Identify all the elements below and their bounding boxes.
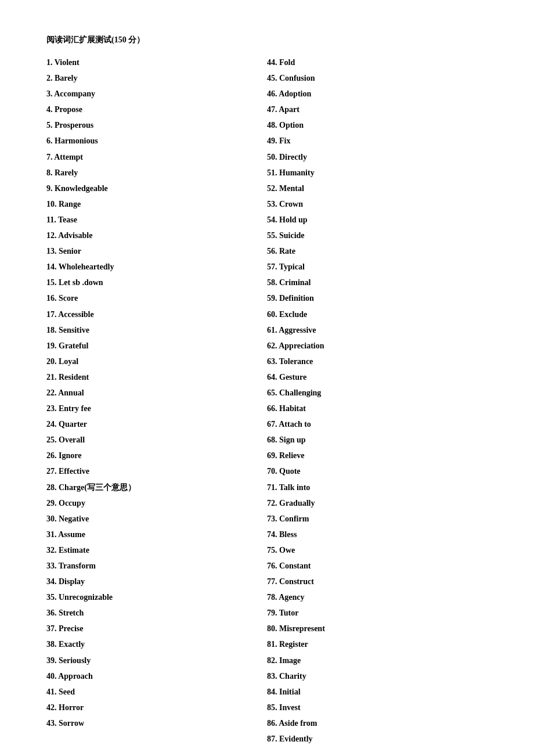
list-item: 77. Construct [267, 575, 488, 588]
list-item: 42. Horror [46, 701, 267, 714]
list-item: 79. Tutor [267, 606, 488, 620]
list-item: 41. Seed [46, 685, 267, 699]
list-item: 75. Owe [267, 543, 488, 557]
list-item: 43. Sorrow [46, 717, 267, 730]
list-item: 19. Grateful [46, 339, 267, 352]
list-item: 86. Aside from [267, 717, 488, 730]
list-item: 81. Register [267, 638, 488, 651]
list-item: 49. Fix [267, 134, 488, 147]
list-item: 10. Range [46, 197, 267, 211]
list-item: 23. Entry fee [46, 402, 267, 415]
list-item: 29. Occupy [46, 496, 267, 510]
list-item: 31. Assume [46, 528, 267, 541]
list-item: 25. Overall [46, 433, 267, 447]
list-item: 12. Advisable [46, 229, 267, 242]
list-item: 56. Rate [267, 244, 488, 258]
list-item: 28. Charge(写三个意思） [46, 481, 267, 494]
list-item: 54. Hold up [267, 213, 488, 226]
list-item: 48. Option [267, 118, 488, 132]
list-item: 40. Approach [46, 669, 267, 683]
list-item: 30. Negative [46, 512, 267, 525]
list-item: 80. Misrepresent [267, 622, 488, 635]
list-item: 63. Tolerance [267, 355, 488, 368]
list-item: 44. Fold [267, 56, 488, 69]
list-item: 82. Image [267, 654, 488, 667]
list-item: 62. Appreciation [267, 339, 488, 352]
list-item: 53. Crown [267, 197, 488, 211]
list-item: 24. Quarter [46, 417, 267, 431]
list-item: 17. Accessible [46, 308, 267, 321]
list-item: 37. Precise [46, 622, 267, 635]
list-item: 39. Seriously [46, 654, 267, 667]
list-item: 87. Evidently [267, 732, 488, 746]
list-item: 78. Agency [267, 591, 488, 604]
list-item: 73. Confirm [267, 512, 488, 525]
list-item: 32. Estimate [46, 543, 267, 557]
list-item: 34. Display [46, 575, 267, 588]
list-item: 60. Exclude [267, 308, 488, 321]
list-item: 9. Knowledgeable [46, 182, 267, 195]
list-item: 35. Unrecognizable [46, 591, 267, 604]
list-item: 68. Sign up [267, 433, 488, 447]
list-item: 22. Annual [46, 386, 267, 399]
list-item: 7. Attempt [46, 150, 267, 164]
list-item: 58. Criminal [267, 276, 488, 289]
list-item: 16. Score [46, 291, 267, 305]
list-item: 3. Accompany [46, 87, 267, 100]
list-item: 51. Humanity [267, 166, 488, 179]
left-column: 1. Violent2. Barely3. Accompany4. Propos… [46, 56, 267, 746]
list-item: 45. Confusion [267, 71, 488, 85]
page-title: 阅读词汇扩展测试(150 分） [46, 35, 488, 45]
list-item: 5. Prosperous [46, 118, 267, 132]
list-item: 57. Typical [267, 260, 488, 273]
list-item: 50. Directly [267, 150, 488, 164]
list-item: 4. Propose [46, 103, 267, 116]
list-item: 47. Apart [267, 103, 488, 116]
list-item: 46. Adoption [267, 87, 488, 100]
list-item: 26. Ignore [46, 449, 267, 462]
list-item: 67. Attach to [267, 417, 488, 431]
list-item: 71. Talk into [267, 481, 488, 494]
list-item: 85. Invest [267, 701, 488, 714]
list-item: 69. Relieve [267, 449, 488, 462]
list-item: 70. Quote [267, 465, 488, 478]
list-item: 20. Loyal [46, 355, 267, 368]
right-column: 44. Fold45. Confusion46. Adoption47. Apa… [267, 56, 488, 746]
list-item: 74. Bless [267, 528, 488, 541]
list-item: 33. Transform [46, 559, 267, 573]
list-item: 21. Resident [46, 370, 267, 384]
list-item: 52. Mental [267, 182, 488, 195]
list-item: 14. Wholeheartedly [46, 260, 267, 273]
list-item: 76. Constant [267, 559, 488, 573]
list-item: 8. Rarely [46, 166, 267, 179]
list-item: 1. Violent [46, 56, 267, 69]
list-item: 55. Suicide [267, 229, 488, 242]
list-item: 27. Effective [46, 465, 267, 478]
list-item: 84. Initial [267, 685, 488, 699]
list-item: 18. Sensitive [46, 323, 267, 337]
list-item: 61. Aggressive [267, 323, 488, 337]
list-item: 38. Exactly [46, 638, 267, 651]
list-item: 2. Barely [46, 71, 267, 85]
list-item: 13. Senior [46, 244, 267, 258]
list-item: 64. Gesture [267, 370, 488, 384]
list-item: 72. Gradually [267, 496, 488, 510]
list-item: 59. Definition [267, 291, 488, 305]
list-item: 15. Let sb .down [46, 276, 267, 289]
list-item: 6. Harmonious [46, 134, 267, 147]
list-item: 65. Challenging [267, 386, 488, 399]
list-item: 83. Charity [267, 669, 488, 683]
list-item: 66. Habitat [267, 402, 488, 415]
list-item: 36. Stretch [46, 606, 267, 620]
list-item: 11. Tease [46, 213, 267, 226]
